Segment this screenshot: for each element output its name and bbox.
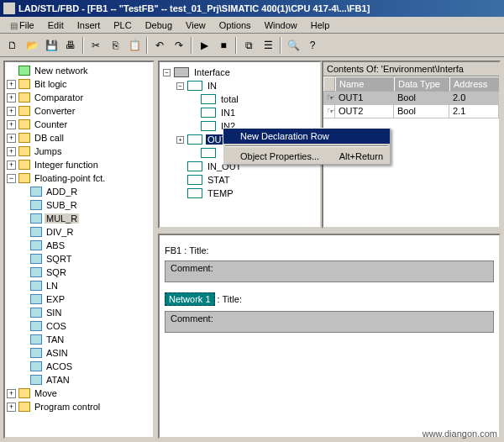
tree-label: Program control	[33, 402, 102, 412]
var-icon	[187, 175, 202, 185]
tree-label: MUL_R	[45, 213, 79, 224]
col-address[interactable]: Address	[449, 76, 499, 92]
menu-plc[interactable]: PLC	[107, 18, 138, 32]
tree-program-control[interactable]: +Program control	[7, 400, 151, 413]
table-row[interactable]: ☞OUT1Bool2.0	[323, 92, 499, 105]
tree-label: ADD_R	[45, 187, 79, 197]
tree-label: Counter	[33, 119, 69, 129]
open-button[interactable]: 📂	[23, 36, 41, 55]
tree-label: ABS	[45, 240, 66, 250]
tree-ln[interactable]: LN	[7, 279, 151, 292]
iface-stat[interactable]: STAT	[163, 173, 317, 187]
tree-sqr[interactable]: SQR	[7, 266, 151, 279]
tree-label: Move	[33, 388, 59, 398]
expand-icon[interactable]: +	[7, 389, 16, 398]
run-button[interactable]: ▶	[195, 36, 213, 55]
network-label[interactable]: Network 1	[165, 292, 215, 306]
find-button[interactable]: 🔍	[284, 36, 302, 55]
tree-mul_r[interactable]: MUL_R	[7, 212, 151, 225]
ctx-object-properties[interactable]: Object Properties...Alt+Return	[223, 149, 390, 164]
tree-tan[interactable]: TAN	[7, 333, 151, 346]
cut-button[interactable]: ✂	[87, 36, 105, 55]
expand-icon[interactable]: −	[7, 174, 16, 183]
copy-button[interactable]: ⎘	[106, 36, 124, 55]
tree-integer-function[interactable]: +Integer function	[7, 158, 151, 171]
instruction-tree[interactable]: New network+Bit logic+Comparator+Convert…	[3, 61, 155, 439]
iface-temp[interactable]: TEMP	[163, 187, 317, 200]
tree-jumps[interactable]: +Jumps	[7, 145, 151, 158]
tree-sqrt[interactable]: SQRT	[7, 252, 151, 266]
var-icon	[187, 134, 202, 145]
code-editor[interactable]: FB1 : Title: Comment: Network 1 : Title:…	[158, 234, 501, 439]
expand-icon[interactable]: +	[7, 107, 16, 116]
expand-icon[interactable]: +	[7, 93, 16, 103]
redo-button[interactable]: ↷	[170, 36, 188, 55]
paste-button[interactable]: 📋	[125, 36, 144, 55]
new-button[interactable]: 🗋	[3, 36, 22, 55]
ctx-new-declaration-row[interactable]: New Declaration Row	[223, 129, 390, 144]
folder-icon	[18, 146, 30, 156]
window-title: LAD/STL/FBD - [FB1 -- "TestFB" -- test_0…	[18, 3, 370, 13]
network-comment-box[interactable]: Comment:	[165, 311, 494, 333]
stop-button[interactable]: ■	[214, 36, 233, 55]
tree-converter[interactable]: +Converter	[7, 104, 151, 118]
block-icon	[30, 227, 42, 237]
tree-sin[interactable]: SIN	[7, 306, 151, 319]
menu-insert[interactable]: Insert	[71, 18, 108, 32]
fb-title-line[interactable]: FB1 : Title:	[165, 245, 494, 255]
menu-help[interactable]: Help	[304, 18, 337, 32]
iface-root[interactable]: −Interface	[163, 66, 317, 79]
block-icon	[30, 281, 42, 291]
tree-exp[interactable]: EXP	[7, 292, 151, 306]
col-name[interactable]: Name	[335, 76, 394, 92]
tree-move[interactable]: +Move	[7, 387, 151, 400]
tree-sub_r[interactable]: SUB_R	[7, 198, 151, 212]
menu-window[interactable]: Window	[258, 18, 304, 32]
tree-cos[interactable]: COS	[7, 319, 151, 333]
expand-icon[interactable]: +	[7, 147, 16, 156]
expand-icon[interactable]: +	[7, 160, 16, 170]
tree-asin[interactable]: ASIN	[7, 346, 151, 360]
network-title[interactable]: : Title:	[218, 294, 242, 304]
fb-comment-box[interactable]: Comment:	[165, 260, 494, 282]
menu-file[interactable]: File	[3, 18, 41, 32]
tree-abs[interactable]: ABS	[7, 239, 151, 252]
var-icon	[187, 188, 202, 198]
tree-new-network[interactable]: New network	[7, 64, 151, 77]
iface-in-in1[interactable]: IN1	[163, 106, 317, 119]
undo-button[interactable]: ↶	[150, 36, 169, 55]
expand-icon[interactable]: +	[7, 120, 16, 129]
expand-icon[interactable]: +	[7, 403, 16, 412]
tree-div_r[interactable]: DIV_R	[7, 225, 151, 239]
block-icon	[30, 361, 42, 371]
network-line[interactable]: Network 1 : Title:	[165, 292, 494, 306]
tree-acos[interactable]: ACOS	[7, 360, 151, 373]
tree-label: SQRT	[45, 254, 73, 264]
tree-atan[interactable]: ATAN	[7, 373, 151, 387]
properties-button[interactable]: ☰	[259, 36, 277, 55]
menu-options[interactable]: Options	[213, 18, 258, 32]
expand-icon[interactable]: +	[7, 80, 16, 89]
network-button[interactable]: ⧉	[239, 36, 258, 55]
col-data-type[interactable]: Data Type	[394, 76, 449, 92]
tree-label: ATAN	[45, 375, 71, 385]
iface-in[interactable]: −IN	[163, 79, 317, 92]
save-button[interactable]: 💾	[42, 36, 60, 55]
folder-icon	[18, 119, 30, 129]
menu-view[interactable]: View	[179, 18, 213, 32]
menu-edit[interactable]: Edit	[41, 18, 71, 32]
tree-db-call[interactable]: +DB call	[7, 131, 151, 145]
tree-bit-logic[interactable]: +Bit logic	[7, 77, 151, 91]
print-button[interactable]: 🖶	[61, 36, 80, 55]
cell-type: Bool	[394, 92, 449, 105]
expand-icon[interactable]: +	[7, 134, 16, 143]
interface-tree[interactable]: −Interface−INtotalIN1IN2+OUTIN_OUTSTATTE…	[158, 61, 322, 229]
help-button[interactable]: ?	[303, 36, 322, 55]
tree-add_r[interactable]: ADD_R	[7, 185, 151, 198]
tree-comparator[interactable]: +Comparator	[7, 91, 151, 104]
tree-floating-point[interactable]: −Floating-point fct.	[7, 171, 151, 185]
menu-debug[interactable]: Debug	[139, 18, 179, 32]
iface-in-total[interactable]: total	[163, 92, 317, 106]
table-row[interactable]: ☞OUT2Bool2.1	[323, 105, 499, 118]
tree-counter[interactable]: +Counter	[7, 118, 151, 131]
